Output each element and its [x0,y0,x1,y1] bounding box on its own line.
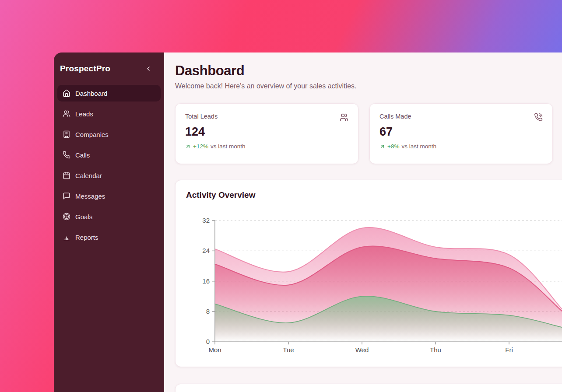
svg-text:Mon: Mon [208,346,221,354]
svg-text:Tue: Tue [283,346,294,354]
stat-change-value: +12% [193,143,208,150]
page-title: Dashboard [175,63,562,79]
bar-chart-icon [63,233,70,241]
sidebar-item-label: Companies [75,131,109,138]
stat-change: +8% vs last month [379,143,543,150]
calendar-icon [63,172,70,179]
target-icon [63,213,70,220]
sidebar-header: ProspectPro [54,52,164,74]
stat-change-note: vs last month [401,143,436,150]
sidebar-item-leads[interactable]: Leads [57,105,161,122]
sidebar-item-label: Dashboard [75,90,107,97]
activity-chart: 08162432MonTueWedThuFri [184,216,562,358]
chart-title: Activity Overview [186,190,562,200]
partial-bottom-card [175,384,562,392]
app-window: ProspectPro Dashboard Leads Companies [54,52,562,392]
stat-card-total-leads: Total Leads 124 +12% vs last month [175,103,358,164]
stat-label: Calls Made [379,113,411,120]
sidebar-item-companies[interactable]: Companies [57,126,161,143]
sidebar-item-label: Calls [75,151,90,159]
stats-row: Total Leads 124 +12% vs last month Calls… [175,103,562,164]
arrow-up-right-icon [379,144,385,149]
activity-overview-card: Activity Overview 08162432MonTueWedThuFr… [175,180,562,367]
svg-text:24: 24 [202,247,210,254]
sidebar-item-label: Goals [75,213,92,220]
svg-text:0: 0 [206,338,210,345]
svg-text:32: 32 [202,217,210,224]
svg-text:Thu: Thu [430,346,441,354]
main-content: Dashboard Welcome back! Here's an overvi… [164,52,562,392]
sidebar-item-calendar[interactable]: Calendar [57,167,161,184]
phone-call-icon [534,113,543,122]
stat-value: 124 [185,126,348,138]
sidebar-item-label: Messages [75,192,105,200]
sidebar: ProspectPro Dashboard Leads Companies [54,52,164,392]
stat-label: Total Leads [185,113,218,120]
desktop-background: { "sidebar": { "brand": "ProspectPro", "… [0,0,562,392]
message-icon [63,192,70,200]
home-icon [63,89,70,97]
sidebar-item-dashboard[interactable]: Dashboard [57,85,161,102]
sidebar-item-calls[interactable]: Calls [57,147,161,163]
sidebar-nav: Dashboard Leads Companies Calls Calendar… [54,85,164,245]
stat-change-value: +8% [387,143,399,150]
svg-text:8: 8 [206,308,210,315]
phone-icon [63,151,70,159]
chevron-left-icon [145,65,152,72]
users-icon [340,113,348,122]
sidebar-item-reports[interactable]: Reports [57,229,161,245]
sidebar-item-messages[interactable]: Messages [57,188,161,204]
arrow-up-right-icon [185,144,191,149]
stat-value: 67 [379,126,543,138]
sidebar-item-goals[interactable]: Goals [57,208,161,225]
building-icon [63,130,70,138]
users-icon [63,110,70,118]
page-subtitle: Welcome back! Here's an overview of your… [175,81,562,91]
sidebar-item-label: Reports [75,234,98,241]
sidebar-item-label: Calendar [75,172,102,179]
stat-change: +12% vs last month [185,143,348,150]
app-brand: ProspectPro [60,64,110,74]
stat-card-calls-made: Calls Made 67 +8% vs last month [369,103,553,164]
sidebar-collapse-button[interactable] [145,65,152,72]
sidebar-item-label: Leads [75,110,93,118]
stat-change-note: vs last month [211,143,246,150]
svg-text:Wed: Wed [355,346,369,354]
svg-text:16: 16 [202,277,210,285]
svg-text:Fri: Fri [505,346,513,354]
